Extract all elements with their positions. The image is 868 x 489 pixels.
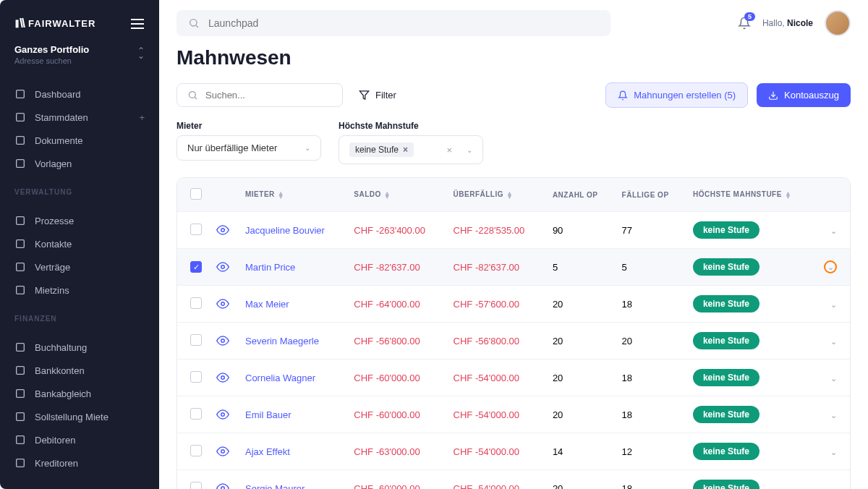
table-search[interactable] — [176, 83, 343, 107]
launchpad-search[interactable] — [176, 10, 610, 36]
tenant-link[interactable]: Cornelia Wagner — [245, 373, 315, 383]
nav-label: Buchhaltung — [35, 342, 87, 353]
view-icon[interactable] — [216, 297, 231, 310]
chip-remove-icon[interactable]: × — [403, 145, 408, 155]
sidebar-item[interactable]: Bankkonten — [0, 359, 159, 382]
tenant-link[interactable]: Max Meier — [245, 299, 289, 310]
saldo-value: CHF -64'000.00 — [354, 299, 420, 310]
sidebar-item[interactable]: Kreditoren — [0, 451, 159, 475]
filters-row: Mieter Nur überfällige Mieter ⌄ Höchste … — [176, 121, 851, 164]
page-title: Mahnwesen — [176, 46, 851, 69]
expand-row[interactable]: ⌄ — [830, 337, 837, 346]
sidebar-item[interactable]: Stammdaten+ — [0, 106, 159, 129]
tenant-link[interactable]: Jacqueline Bouvier — [245, 225, 325, 236]
svg-rect-11 — [17, 344, 25, 352]
row-checkbox[interactable]: ✓ — [190, 261, 202, 273]
count-op: 14 — [545, 433, 615, 470]
expand-row-highlighted[interactable]: ⌄ — [824, 260, 837, 273]
create-reminders-button[interactable]: Mahnungen erstellen (5) — [605, 82, 748, 108]
launchpad-input[interactable] — [208, 17, 599, 29]
nav-section-finanzen: FINANZEN — [0, 309, 159, 328]
sidebar-item[interactable]: Dokumente — [0, 129, 159, 152]
nav-icon — [14, 434, 26, 446]
view-icon[interactable] — [216, 445, 231, 458]
overdue-value: CHF -82'637.00 — [454, 262, 519, 273]
row-checkbox[interactable] — [190, 297, 202, 309]
nav-icon — [14, 341, 26, 353]
filter-stufe-select[interactable]: keine Stufe × × ⌄ — [339, 135, 483, 164]
sidebar-item[interactable]: Prozesse — [0, 209, 159, 232]
portfolio-selector[interactable]: Ganzes Portfolio Adresse suchen ⌃⌄ — [0, 44, 159, 75]
svg-rect-14 — [17, 413, 25, 421]
expand-row[interactable]: ⌄ — [830, 226, 837, 235]
select-all-checkbox[interactable] — [190, 188, 202, 200]
view-icon[interactable] — [216, 482, 231, 489]
view-icon[interactable] — [216, 224, 231, 237]
filter-mieter-select[interactable]: Nur überfällige Mieter ⌄ — [176, 135, 321, 161]
table-row: Max MeierCHF -64'000.00CHF -57'600.00201… — [177, 286, 850, 323]
filter-button[interactable]: Filter — [352, 84, 404, 106]
tenant-link[interactable]: Emil Bauer — [245, 409, 292, 420]
nav-label: Verträge — [35, 262, 70, 273]
stufe-badge: keine Stufe — [693, 221, 760, 239]
expand-row[interactable]: ⌄ — [830, 485, 837, 490]
sidebar-item[interactable]: Bankabgleich — [0, 382, 159, 405]
nav-icon — [14, 457, 26, 469]
overdue-value: CHF -228'535.00 — [454, 225, 525, 236]
svg-rect-4 — [17, 114, 25, 122]
sidebar-item[interactable]: Mietzins — [0, 278, 159, 302]
due-op: 5 — [615, 249, 686, 286]
brand-logo[interactable]: ⫾\\ FAIRWALTER — [14, 16, 95, 31]
svg-rect-8 — [17, 240, 25, 248]
plus-icon[interactable]: + — [139, 112, 145, 123]
table-search-input[interactable] — [205, 90, 332, 101]
svg-rect-3 — [17, 90, 25, 98]
expand-row[interactable]: ⌄ — [830, 374, 837, 383]
due-op: 18 — [615, 360, 686, 396]
view-icon[interactable] — [216, 408, 231, 421]
col-ueberfaellig[interactable]: ÜBERFÄLLIG▲▼ — [446, 178, 545, 212]
sidebar-item[interactable]: Verträge — [0, 255, 159, 278]
row-checkbox[interactable] — [190, 334, 202, 346]
filter-stufe-label: Höchste Mahnstufe — [339, 121, 483, 131]
svg-point-23 — [221, 229, 225, 232]
notifications-button[interactable]: 5 — [738, 17, 751, 30]
row-checkbox[interactable] — [190, 408, 202, 420]
nav-label: Sollstellung Miete — [35, 412, 109, 422]
view-icon[interactable] — [216, 371, 231, 384]
sidebar-item[interactable]: Sollstellung Miete — [0, 405, 159, 428]
chevron-down-icon: ⌄ — [827, 263, 834, 272]
tenant-link[interactable]: Sergio Maurer — [245, 483, 305, 490]
row-checkbox[interactable] — [190, 371, 202, 383]
sidebar-item[interactable]: Debitoren — [0, 428, 159, 451]
row-checkbox[interactable] — [190, 482, 202, 490]
data-table: MIETER▲▼ SALDO▲▼ ÜBERFÄLLIG▲▼ ANZAHL OP … — [176, 177, 851, 489]
sidebar-item[interactable]: Dashboard — [0, 82, 159, 106]
col-stufe[interactable]: HÖCHSTE MAHNSTUFE▲▼ — [686, 178, 817, 212]
stufe-badge: keine Stufe — [693, 258, 760, 276]
tenant-link[interactable]: Severin Maegerle — [245, 336, 319, 346]
sidebar-item[interactable]: Vorlagen — [0, 152, 159, 175]
tenant-link[interactable]: Martin Price — [245, 262, 295, 273]
expand-row[interactable]: ⌄ — [830, 411, 837, 420]
svg-point-25 — [221, 302, 225, 306]
search-icon — [187, 90, 198, 101]
col-mieter[interactable]: MIETER▲▼ — [238, 178, 346, 212]
hamburger-icon[interactable] — [130, 18, 145, 30]
row-checkbox[interactable] — [190, 445, 202, 456]
svg-rect-10 — [17, 286, 25, 294]
view-icon[interactable] — [216, 260, 231, 273]
avatar[interactable] — [825, 10, 851, 36]
col-saldo[interactable]: SALDO▲▼ — [346, 178, 446, 212]
row-checkbox[interactable] — [190, 224, 202, 235]
sidebar-item[interactable]: Buchhaltung — [0, 336, 159, 359]
export-button[interactable]: Kontoauszug — [757, 83, 851, 107]
expand-row[interactable]: ⌄ — [830, 300, 837, 309]
expand-row[interactable]: ⌄ — [830, 448, 837, 456]
count-op: 20 — [545, 286, 615, 323]
sidebar-item[interactable]: Kontakte — [0, 232, 159, 255]
clear-icon[interactable]: × — [443, 145, 455, 156]
tenant-link[interactable]: Ajax Effekt — [245, 446, 290, 457]
view-icon[interactable] — [216, 334, 231, 347]
nav-label: Debitoren — [35, 435, 75, 446]
